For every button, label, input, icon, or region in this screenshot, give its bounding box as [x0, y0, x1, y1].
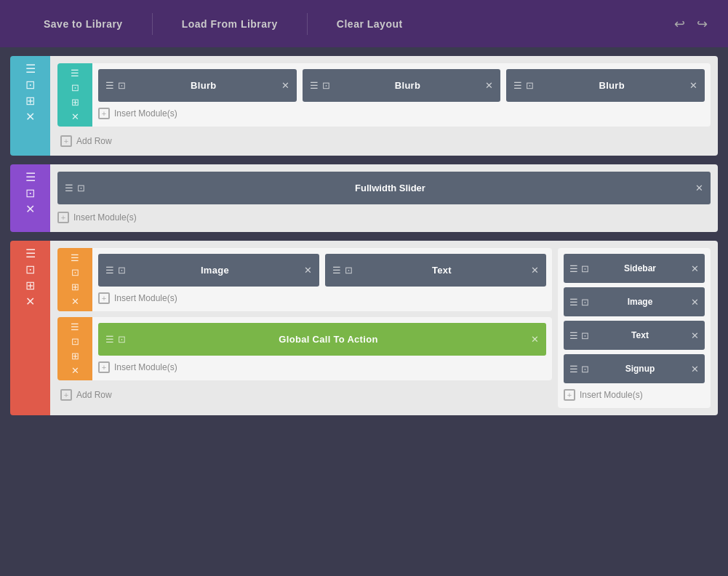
row-1-insert-module[interactable]: + Insert Module(s) [98, 106, 705, 121]
redo-button[interactable]: ↪ [691, 0, 713, 47]
blurb-module-2[interactable]: ☰ ⊡ Blurb ✕ [303, 69, 501, 102]
blurb-2-menu-icon: ☰ [310, 80, 319, 91]
section-1-grid-icon[interactable]: ⊞ [25, 95, 35, 107]
row-1-grid-icon[interactable]: ⊞ [71, 97, 79, 108]
row-3b-sidebar: ☰ ⊡ ⊞ ✕ [57, 317, 92, 380]
section-3-row-b: ☰ ⊡ ⊞ ✕ ☰ ⊡ [57, 317, 552, 380]
signup-menu-icon: ☰ [569, 364, 578, 375]
section-2-sidebar: ☰ ⊡ ✕ [10, 164, 50, 232]
row-3a-close-icon[interactable]: ✕ [71, 296, 79, 307]
section-1-menu-icon[interactable]: ☰ [25, 63, 36, 75]
image-module-title: Image [132, 265, 298, 276]
right-image-layout-icon: ⊡ [581, 297, 589, 308]
section-3-grid-icon[interactable]: ⊞ [25, 280, 35, 292]
row-3b-layout-icon[interactable]: ⊡ [71, 336, 79, 347]
section-3-left: ☰ ⊡ ⊞ ✕ ☰ ⊡ [57, 248, 552, 408]
fullwidth-slider-title: Fullwidth Slider [91, 183, 689, 193]
sidebar-module-close[interactable]: ✕ [691, 263, 699, 274]
blurb-module-1[interactable]: ☰ ⊡ Blurb ✕ [98, 69, 297, 102]
fullwidth-slider-close[interactable]: ✕ [695, 183, 703, 193]
add-row-3-icon: + [60, 389, 72, 401]
blurb-1-icons: ☰ ⊡ [105, 80, 126, 91]
row-3b-insert-module[interactable]: + Insert Module(s) [98, 360, 546, 375]
row-3a-modules: ☰ ⊡ Image ✕ ☰ ⊡ T [98, 254, 546, 287]
add-row-3-label: Add Row [76, 390, 112, 400]
cta-module-icons: ☰ ⊡ [105, 334, 126, 345]
insert-module-2-icon: + [57, 212, 69, 223]
insert-module-3a-icon: + [98, 292, 110, 304]
right-text-module[interactable]: ☰ ⊡ Text ✕ [564, 321, 705, 350]
undo-button[interactable]: ↩ [668, 0, 691, 47]
section-2-layout-icon[interactable]: ⊡ [25, 188, 35, 199]
row-3a-body: ☰ ⊡ Image ✕ ☰ ⊡ T [92, 248, 552, 311]
fullwidth-slider-module[interactable]: ☰ ⊡ Fullwidth Slider ✕ [57, 172, 711, 204]
row-3a-icons: ☰ ⊡ ⊞ ✕ [71, 252, 79, 307]
row-3b-close-icon[interactable]: ✕ [71, 365, 79, 376]
signup-module[interactable]: ☰ ⊡ Signup ✕ [564, 354, 705, 383]
signup-module-close[interactable]: ✕ [691, 364, 699, 375]
save-to-library-button[interactable]: Save to Library [15, 0, 152, 47]
sidebar-module[interactable]: ☰ ⊡ Sidebar ✕ [564, 254, 705, 283]
section-1: ☰ ⊡ ⊞ ✕ ☰ ⊡ ⊞ ✕ [10, 56, 718, 156]
row-1-close-icon[interactable]: ✕ [71, 111, 79, 122]
row-1-menu-icon[interactable]: ☰ [71, 68, 79, 79]
global-cta-module[interactable]: ☰ ⊡ Global Call To Action ✕ [98, 323, 546, 356]
section-3-add-row[interactable]: + Add Row [57, 388, 552, 402]
section-2-menu-icon[interactable]: ☰ [25, 172, 36, 183]
sidebar-menu-icon: ☰ [569, 263, 578, 274]
section-1-row-1: ☰ ⊡ ⊞ ✕ ☰ ⊡ Blurb ✕ [57, 63, 711, 127]
section-1-close-icon[interactable]: ✕ [25, 111, 35, 123]
row-3a-menu-icon[interactable]: ☰ [71, 252, 79, 263]
section-1-layout-icon[interactable]: ⊡ [25, 79, 35, 91]
fullwidth-slider-icons: ☰ ⊡ [65, 183, 85, 193]
image-module-icons: ☰ ⊡ [105, 265, 126, 276]
row-3b-grid-icon[interactable]: ⊞ [71, 351, 79, 361]
signup-module-title: Signup [593, 364, 687, 374]
right-column-insert-module[interactable]: + Insert Module(s) [564, 388, 705, 402]
blurb-3-layout-icon: ⊡ [526, 80, 534, 91]
right-image-module-icons: ☰ ⊡ [569, 297, 589, 308]
signup-layout-icon: ⊡ [581, 364, 589, 375]
section-3-row-a: ☰ ⊡ ⊞ ✕ ☰ ⊡ [57, 248, 552, 311]
toolbar: Save to Library Load From Library Clear … [0, 0, 728, 47]
right-text-module-close[interactable]: ✕ [691, 330, 699, 341]
cta-module-close[interactable]: ✕ [531, 334, 539, 345]
blurb-2-close[interactable]: ✕ [485, 80, 493, 91]
row-3a-layout-icon[interactable]: ⊡ [71, 267, 79, 278]
section-3-layout-icon[interactable]: ⊡ [25, 264, 35, 276]
row-3a-insert-module[interactable]: + Insert Module(s) [98, 291, 546, 305]
right-text-module-title: Text [593, 330, 687, 340]
row-1-modules: ☰ ⊡ Blurb ✕ ☰ ⊡ Blurb ✕ [98, 69, 705, 102]
text-module-title: Text [359, 265, 525, 276]
right-image-module-close[interactable]: ✕ [691, 297, 699, 308]
section-2: ☰ ⊡ ✕ ☰ ⊡ Fullwidth Slider ✕ + Insert Mo… [10, 164, 718, 232]
row-3b-menu-icon[interactable]: ☰ [71, 321, 79, 332]
section-2-insert-module[interactable]: + Insert Module(s) [57, 210, 711, 225]
row-1-layout-icon[interactable]: ⊡ [71, 82, 79, 93]
row-3a-grid-icon[interactable]: ⊞ [71, 281, 79, 292]
image-module-close[interactable]: ✕ [304, 265, 312, 276]
section-2-close-icon[interactable]: ✕ [25, 204, 35, 215]
sidebar-module-icons: ☰ ⊡ [569, 263, 589, 274]
blurb-3-title: Blurb [540, 80, 684, 91]
text-module[interactable]: ☰ ⊡ Text ✕ [325, 254, 546, 287]
text-module-close[interactable]: ✕ [531, 265, 539, 276]
main-content: ☰ ⊡ ⊞ ✕ ☰ ⊡ ⊞ ✕ [0, 47, 728, 424]
insert-module-3a-label: Insert Module(s) [114, 293, 177, 303]
section-3-close-icon[interactable]: ✕ [25, 296, 35, 308]
clear-layout-button[interactable]: Clear Layout [308, 0, 432, 47]
insert-module-3b-icon: + [98, 361, 110, 373]
section-3-right-column: ☰ ⊡ Sidebar ✕ ☰ ⊡ Image ✕ ☰ [558, 248, 711, 408]
blurb-module-3[interactable]: ☰ ⊡ Blurb ✕ [506, 69, 705, 102]
right-image-module[interactable]: ☰ ⊡ Image ✕ [564, 287, 705, 316]
blurb-1-close[interactable]: ✕ [281, 80, 289, 91]
section-3-menu-icon[interactable]: ☰ [25, 248, 36, 260]
blurb-3-close[interactable]: ✕ [689, 80, 697, 91]
load-from-library-button[interactable]: Load From Library [153, 0, 307, 47]
insert-module-2-label: Insert Module(s) [73, 212, 137, 223]
image-module[interactable]: ☰ ⊡ Image ✕ [98, 254, 319, 287]
section-3-sidebar: ☰ ⊡ ⊞ ✕ [10, 241, 50, 415]
section-1-add-row[interactable]: + Add Row [57, 134, 711, 148]
fullwidth-slider-menu-icon: ☰ [65, 183, 73, 193]
row-1-sidebar: ☰ ⊡ ⊞ ✕ [57, 63, 92, 127]
